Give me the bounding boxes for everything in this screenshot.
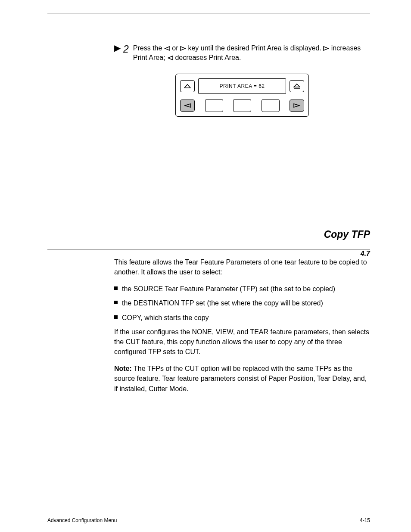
panel-eject-button[interactable] (290, 80, 304, 92)
bullet-1: the SOURCE Tear Feature Parameter (TFP) … (114, 284, 370, 294)
bullet-square-icon (114, 315, 118, 319)
step-text: Press the or key until the desired Print… (133, 44, 370, 63)
section-number: 4.7 (361, 250, 370, 258)
eject-icon (293, 84, 300, 89)
left-triangle-icon (184, 103, 191, 108)
bullet-square-icon (114, 286, 118, 290)
next-key-icon (180, 46, 186, 51)
svg-marker-0 (165, 47, 170, 50)
bullet-1-text: the SOURCE Tear Feature Parameter (TFP) … (122, 284, 335, 294)
svg-marker-8 (294, 104, 299, 107)
note-label: Note: (114, 365, 132, 372)
panel-display: PRINT AREA = 62 (198, 78, 286, 94)
section-title: Copy TFP (47, 229, 370, 240)
panel-prev-button[interactable] (180, 100, 195, 112)
prev-key-icon (164, 46, 170, 51)
note-text: The TFPs of the CUT option will be repla… (114, 365, 367, 392)
step-text-dec: decreases Print Area. (175, 54, 241, 61)
increase-key-icon (323, 46, 329, 51)
svg-marker-1 (181, 47, 185, 50)
right-triangle-icon (293, 103, 300, 108)
panel-display-text: PRINT AREA = 62 (220, 83, 265, 89)
bullet-3: COPY, which starts the copy (114, 313, 370, 323)
note: Note: The TFPs of the CUT option will be… (114, 364, 370, 394)
panel-blank-2[interactable] (233, 99, 251, 112)
panel-up-button[interactable] (180, 80, 195, 92)
panel-blank-1[interactable] (205, 99, 223, 112)
step-text-1: Press the (133, 44, 164, 52)
page-footer: Advanced Configuration Menu 4-15 (47, 517, 370, 523)
step-text-2: key until the desired Print Area is disp… (188, 44, 323, 52)
step-number: 2 (123, 44, 129, 63)
bullet-2-text: the DESTINATION TFP set (the set where t… (122, 298, 323, 308)
decrease-key-icon (167, 56, 173, 60)
step-2: ▶ 2 Press the or key until the desired P… (114, 44, 370, 63)
svg-marker-7 (185, 104, 190, 107)
section-rule: 4.7 (47, 249, 370, 249)
panel-blank-3[interactable] (262, 99, 280, 112)
control-panel-diagram: PRINT AREA = 62 (175, 74, 309, 117)
panel-next-button[interactable] (290, 100, 304, 112)
step-marker-triangle: ▶ (114, 43, 121, 62)
footer-right: 4-15 (360, 517, 370, 523)
section-intro: This feature allows the Tear Feature Par… (114, 257, 370, 277)
footer-left: Advanced Configuration Menu (47, 517, 117, 523)
section-example: If the user configures the NONE, VIEW, a… (114, 327, 370, 357)
bullet-3-text: COPY, which starts the copy (122, 313, 209, 323)
svg-marker-4 (184, 84, 190, 88)
step-text-or: or (172, 44, 180, 52)
svg-marker-5 (294, 84, 300, 87)
svg-marker-3 (168, 56, 173, 60)
svg-marker-2 (324, 47, 328, 50)
bullet-square-icon (114, 301, 118, 304)
top-rule (47, 13, 370, 13)
bullet-2: the DESTINATION TFP set (the set where t… (114, 298, 370, 308)
up-triangle-icon (184, 84, 191, 88)
